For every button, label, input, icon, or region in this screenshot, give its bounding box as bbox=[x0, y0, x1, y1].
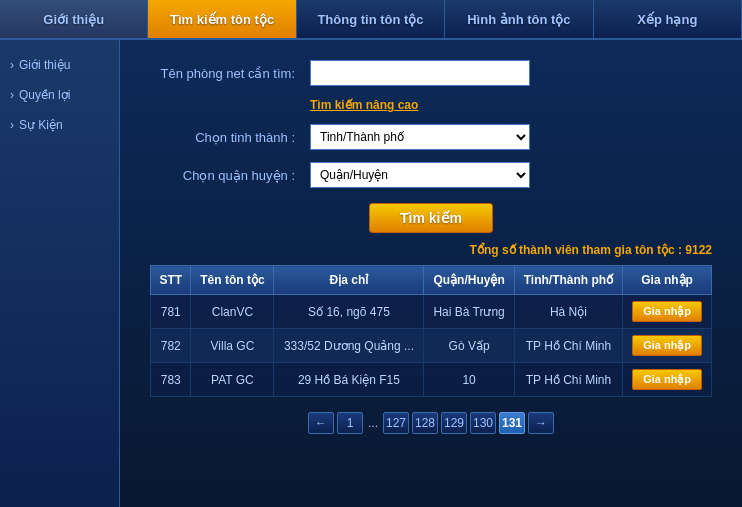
clans-table: STT Tên tôn tộc Địa chỉ Quận/Huyện Tinh/… bbox=[150, 265, 712, 397]
join-button[interactable]: Gia nhập bbox=[632, 301, 702, 322]
name-label: Tên phòng net cần tìm: bbox=[150, 66, 310, 81]
cell-name: Villa GC bbox=[191, 329, 274, 363]
search-btn-row: Tìm kiếm bbox=[150, 203, 712, 233]
name-search-row: Tên phòng net cần tìm: bbox=[150, 60, 712, 86]
cell-district: 10 bbox=[424, 363, 514, 397]
nav-tim-kiem[interactable]: Tìm kiếm tôn tộc bbox=[148, 0, 296, 38]
district-row: Chọn quận huyện : Quận/Huyện bbox=[150, 162, 712, 188]
cell-stt: 781 bbox=[151, 295, 191, 329]
page-130[interactable]: 130 bbox=[470, 412, 496, 434]
sidebar-item-gioi-thieu[interactable]: Giới thiệu bbox=[0, 50, 119, 80]
cell-district: Hai Bà Trưng bbox=[424, 295, 514, 329]
join-button[interactable]: Gia nhập bbox=[632, 369, 702, 390]
page-129[interactable]: 129 bbox=[441, 412, 467, 434]
cell-district: Gò Vấp bbox=[424, 329, 514, 363]
sidebar-item-su-kien[interactable]: Sự Kiện bbox=[0, 110, 119, 140]
col-district: Quận/Huyện bbox=[424, 266, 514, 295]
cell-address: Số 16, ngõ 475 bbox=[274, 295, 424, 329]
col-address: Địa chỉ bbox=[274, 266, 424, 295]
main-content: Tên phòng net cần tìm: Tìm kiếm nâng cao… bbox=[120, 40, 742, 507]
district-select[interactable]: Quận/Huyện bbox=[310, 162, 530, 188]
join-button[interactable]: Gia nhập bbox=[632, 335, 702, 356]
page-1[interactable]: 1 bbox=[337, 412, 363, 434]
page-prev[interactable]: ← bbox=[308, 412, 334, 434]
total-members-text: Tổng số thành viên tham gia tôn tộc : 91… bbox=[150, 243, 712, 257]
nav-hinh-anh[interactable]: Hình ảnh tôn tộc bbox=[445, 0, 593, 38]
cell-province: Hà Nội bbox=[514, 295, 623, 329]
cell-name: PAT GC bbox=[191, 363, 274, 397]
page-dots: ... bbox=[366, 416, 380, 430]
province-row: Chọn tinh thành : Tinh/Thành phố bbox=[150, 124, 712, 150]
col-stt: STT bbox=[151, 266, 191, 295]
table-row: 782 Villa GC 333/52 Dương Quảng ... Gò V… bbox=[151, 329, 712, 363]
col-name: Tên tôn tộc bbox=[191, 266, 274, 295]
sidebar: Giới thiệu Quyền lợi Sự Kiện bbox=[0, 40, 120, 507]
page-131[interactable]: 131 bbox=[499, 412, 525, 434]
cell-join: Gia nhập bbox=[623, 363, 712, 397]
cell-stt: 783 bbox=[151, 363, 191, 397]
district-label: Chọn quận huyện : bbox=[150, 168, 310, 183]
name-search-input[interactable] bbox=[310, 60, 530, 86]
table-row: 783 PAT GC 29 Hồ Bá Kiện F15 10 TP Hồ Ch… bbox=[151, 363, 712, 397]
page-127[interactable]: 127 bbox=[383, 412, 409, 434]
cell-join: Gia nhập bbox=[623, 295, 712, 329]
table-row: 781 ClanVC Số 16, ngõ 475 Hai Bà Trưng H… bbox=[151, 295, 712, 329]
cell-stt: 782 bbox=[151, 329, 191, 363]
cell-address: 29 Hồ Bá Kiện F15 bbox=[274, 363, 424, 397]
cell-address: 333/52 Dương Quảng ... bbox=[274, 329, 424, 363]
cell-name: ClanVC bbox=[191, 295, 274, 329]
nav-xep-hang[interactable]: Xếp hạng bbox=[594, 0, 742, 38]
pagination: ← 1 ... 127 128 129 130 131 → bbox=[150, 412, 712, 434]
page-next[interactable]: → bbox=[528, 412, 554, 434]
top-navigation: Giới thiệu Tìm kiếm tôn tộc Thông tin tô… bbox=[0, 0, 742, 40]
nav-gioi-thieu[interactable]: Giới thiệu bbox=[0, 0, 148, 38]
table-header-row: STT Tên tôn tộc Địa chỉ Quận/Huyện Tinh/… bbox=[151, 266, 712, 295]
cell-province: TP Hồ Chí Minh bbox=[514, 329, 623, 363]
col-province: Tinh/Thành phố bbox=[514, 266, 623, 295]
province-label: Chọn tinh thành : bbox=[150, 130, 310, 145]
col-join: Gia nhập bbox=[623, 266, 712, 295]
cell-province: TP Hồ Chí Minh bbox=[514, 363, 623, 397]
advanced-search-link[interactable]: Tìm kiếm nâng cao bbox=[310, 98, 712, 112]
search-form: Tên phòng net cần tìm: Tìm kiếm nâng cao… bbox=[150, 60, 712, 188]
province-select[interactable]: Tinh/Thành phố bbox=[310, 124, 530, 150]
sidebar-item-quyen-loi[interactable]: Quyền lợi bbox=[0, 80, 119, 110]
nav-thong-tin[interactable]: Thông tin tôn tộc bbox=[297, 0, 445, 38]
search-button[interactable]: Tìm kiếm bbox=[369, 203, 493, 233]
cell-join: Gia nhập bbox=[623, 329, 712, 363]
main-layout: Giới thiệu Quyền lợi Sự Kiện Tên phòng n… bbox=[0, 40, 742, 507]
page-128[interactable]: 128 bbox=[412, 412, 438, 434]
